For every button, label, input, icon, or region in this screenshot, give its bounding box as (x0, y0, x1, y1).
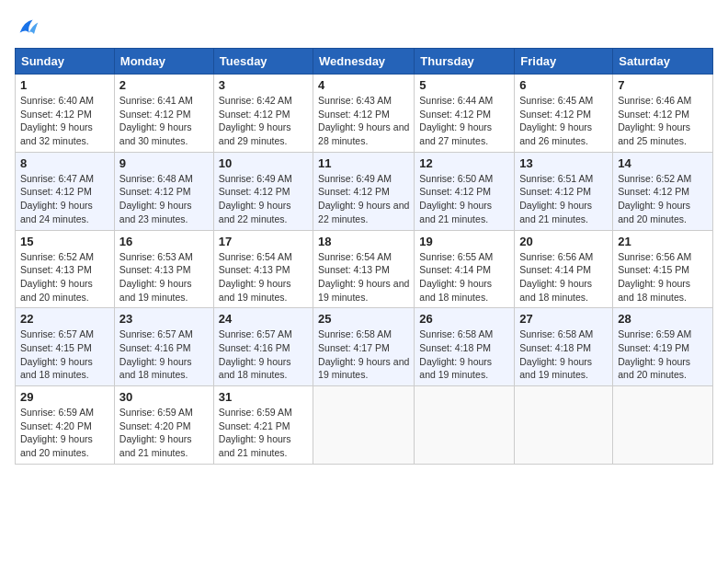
day-info: Sunrise: 6:53 AM Sunset: 4:13 PM Dayligh… (119, 250, 209, 304)
day-info: Sunrise: 6:58 AM Sunset: 4:18 PM Dayligh… (519, 327, 608, 382)
calendar-cell: 5 Sunrise: 6:44 AM Sunset: 4:12 PM Dayli… (415, 75, 515, 153)
day-info: Sunrise: 6:50 AM Sunset: 4:12 PM Dayligh… (419, 172, 509, 226)
day-number: 5 (419, 78, 509, 92)
day-info: Sunrise: 6:57 AM Sunset: 4:15 PM Dayligh… (20, 327, 109, 382)
day-info: Sunrise: 6:43 AM Sunset: 4:12 PM Dayligh… (318, 94, 409, 148)
calendar-cell: 8 Sunrise: 6:47 AM Sunset: 4:12 PM Dayli… (16, 152, 115, 230)
day-number: 13 (519, 156, 608, 170)
day-info: Sunrise: 6:52 AM Sunset: 4:12 PM Dayligh… (618, 172, 708, 226)
day-info: Sunrise: 6:49 AM Sunset: 4:12 PM Dayligh… (318, 172, 409, 226)
day-info: Sunrise: 6:45 AM Sunset: 4:12 PM Dayligh… (519, 94, 608, 148)
day-info: Sunrise: 6:41 AM Sunset: 4:12 PM Dayligh… (119, 94, 209, 148)
day-number: 26 (419, 312, 509, 326)
day-of-week-header: Monday (114, 49, 213, 75)
day-of-week-header: Saturday (613, 49, 713, 75)
day-info: Sunrise: 6:58 AM Sunset: 4:18 PM Dayligh… (419, 327, 509, 382)
day-number: 19 (419, 235, 509, 248)
calendar-cell: 3 Sunrise: 6:42 AM Sunset: 4:12 PM Dayli… (213, 75, 313, 153)
calendar-week-row: 22 Sunrise: 6:57 AM Sunset: 4:15 PM Dayl… (16, 308, 713, 386)
calendar-cell: 21 Sunrise: 6:56 AM Sunset: 4:15 PM Dayl… (613, 230, 713, 308)
calendar-cell: 20 Sunrise: 6:56 AM Sunset: 4:14 PM Dayl… (515, 230, 613, 308)
calendar-cell: 23 Sunrise: 6:57 AM Sunset: 4:16 PM Dayl… (114, 308, 213, 386)
day-number: 24 (219, 312, 308, 326)
calendar-cell: 25 Sunrise: 6:58 AM Sunset: 4:17 PM Dayl… (313, 308, 415, 386)
day-info: Sunrise: 6:54 AM Sunset: 4:13 PM Dayligh… (219, 250, 308, 304)
day-info: Sunrise: 6:59 AM Sunset: 4:19 PM Dayligh… (618, 327, 708, 382)
day-number: 4 (318, 78, 409, 92)
day-number: 10 (219, 156, 308, 170)
day-of-week-header: Thursday (415, 49, 515, 75)
calendar-table: SundayMondayTuesdayWednesdayThursdayFrid… (15, 48, 713, 465)
day-number: 25 (318, 312, 409, 326)
day-number: 18 (318, 235, 409, 248)
day-info: Sunrise: 6:57 AM Sunset: 4:16 PM Dayligh… (219, 327, 308, 382)
day-info: Sunrise: 6:51 AM Sunset: 4:12 PM Dayligh… (519, 172, 608, 226)
day-info: Sunrise: 6:52 AM Sunset: 4:13 PM Dayligh… (20, 250, 109, 304)
day-number: 17 (219, 235, 308, 248)
calendar-cell: 2 Sunrise: 6:41 AM Sunset: 4:12 PM Dayli… (114, 75, 213, 153)
day-number: 21 (618, 235, 708, 248)
day-number: 9 (119, 156, 209, 170)
calendar-cell: 1 Sunrise: 6:40 AM Sunset: 4:12 PM Dayli… (16, 75, 115, 153)
day-of-week-header: Tuesday (213, 49, 313, 75)
day-of-week-header: Sunday (16, 49, 115, 75)
day-info: Sunrise: 6:49 AM Sunset: 4:12 PM Dayligh… (219, 172, 308, 226)
calendar-cell: 11 Sunrise: 6:49 AM Sunset: 4:12 PM Dayl… (313, 152, 415, 230)
calendar-cell: 16 Sunrise: 6:53 AM Sunset: 4:13 PM Dayl… (114, 230, 213, 308)
day-info: Sunrise: 6:56 AM Sunset: 4:15 PM Dayligh… (618, 250, 708, 304)
day-info: Sunrise: 6:44 AM Sunset: 4:12 PM Dayligh… (419, 94, 509, 148)
calendar-cell: 27 Sunrise: 6:58 AM Sunset: 4:18 PM Dayl… (515, 308, 613, 386)
day-number: 20 (519, 235, 608, 248)
calendar-cell: 29 Sunrise: 6:59 AM Sunset: 4:20 PM Dayl… (16, 386, 115, 465)
day-number: 2 (119, 78, 209, 92)
day-info: Sunrise: 6:47 AM Sunset: 4:12 PM Dayligh… (20, 172, 109, 226)
day-number: 1 (20, 78, 109, 92)
day-info: Sunrise: 6:58 AM Sunset: 4:17 PM Dayligh… (318, 327, 409, 382)
calendar-cell: 18 Sunrise: 6:54 AM Sunset: 4:13 PM Dayl… (313, 230, 415, 308)
day-number: 16 (119, 235, 209, 248)
logo (15, 15, 44, 40)
day-number: 27 (519, 312, 608, 326)
calendar-cell (515, 386, 613, 465)
calendar-cell: 31 Sunrise: 6:59 AM Sunset: 4:21 PM Dayl… (213, 386, 313, 465)
day-info: Sunrise: 6:57 AM Sunset: 4:16 PM Dayligh… (119, 327, 209, 382)
calendar-cell: 17 Sunrise: 6:54 AM Sunset: 4:13 PM Dayl… (213, 230, 313, 308)
calendar-week-row: 1 Sunrise: 6:40 AM Sunset: 4:12 PM Dayli… (16, 75, 713, 153)
day-info: Sunrise: 6:42 AM Sunset: 4:12 PM Dayligh… (219, 94, 308, 148)
day-number: 8 (20, 156, 109, 170)
calendar-cell (313, 386, 415, 465)
day-number: 28 (618, 312, 708, 326)
day-number: 31 (219, 390, 308, 404)
calendar-cell: 13 Sunrise: 6:51 AM Sunset: 4:12 PM Dayl… (515, 152, 613, 230)
day-info: Sunrise: 6:54 AM Sunset: 4:13 PM Dayligh… (318, 250, 409, 304)
calendar-cell: 7 Sunrise: 6:46 AM Sunset: 4:12 PM Dayli… (613, 75, 713, 153)
calendar-cell: 22 Sunrise: 6:57 AM Sunset: 4:15 PM Dayl… (16, 308, 115, 386)
day-info: Sunrise: 6:55 AM Sunset: 4:14 PM Dayligh… (419, 250, 509, 304)
day-info: Sunrise: 6:59 AM Sunset: 4:21 PM Dayligh… (219, 406, 308, 460)
day-number: 30 (119, 390, 209, 404)
day-number: 23 (119, 312, 209, 326)
day-info: Sunrise: 6:48 AM Sunset: 4:12 PM Dayligh… (119, 172, 209, 226)
calendar-cell: 19 Sunrise: 6:55 AM Sunset: 4:14 PM Dayl… (415, 230, 515, 308)
day-of-week-header: Wednesday (313, 49, 415, 75)
calendar-cell: 4 Sunrise: 6:43 AM Sunset: 4:12 PM Dayli… (313, 75, 415, 153)
day-of-week-header: Friday (515, 49, 613, 75)
day-info: Sunrise: 6:56 AM Sunset: 4:14 PM Dayligh… (519, 250, 608, 304)
day-number: 12 (419, 156, 509, 170)
calendar-week-row: 15 Sunrise: 6:52 AM Sunset: 4:13 PM Dayl… (16, 230, 713, 308)
calendar-cell: 15 Sunrise: 6:52 AM Sunset: 4:13 PM Dayl… (16, 230, 115, 308)
calendar-cell (415, 386, 515, 465)
day-number: 6 (519, 78, 608, 92)
calendar-cell: 12 Sunrise: 6:50 AM Sunset: 4:12 PM Dayl… (415, 152, 515, 230)
day-number: 3 (219, 78, 308, 92)
calendar-cell: 9 Sunrise: 6:48 AM Sunset: 4:12 PM Dayli… (114, 152, 213, 230)
day-info: Sunrise: 6:59 AM Sunset: 4:20 PM Dayligh… (119, 406, 209, 460)
day-number: 14 (618, 156, 708, 170)
calendar-cell: 24 Sunrise: 6:57 AM Sunset: 4:16 PM Dayl… (213, 308, 313, 386)
day-number: 15 (20, 235, 109, 248)
page-header (15, 15, 713, 40)
day-number: 11 (318, 156, 409, 170)
calendar-cell: 14 Sunrise: 6:52 AM Sunset: 4:12 PM Dayl… (613, 152, 713, 230)
day-number: 7 (618, 78, 708, 92)
calendar-week-row: 29 Sunrise: 6:59 AM Sunset: 4:20 PM Dayl… (16, 386, 713, 465)
